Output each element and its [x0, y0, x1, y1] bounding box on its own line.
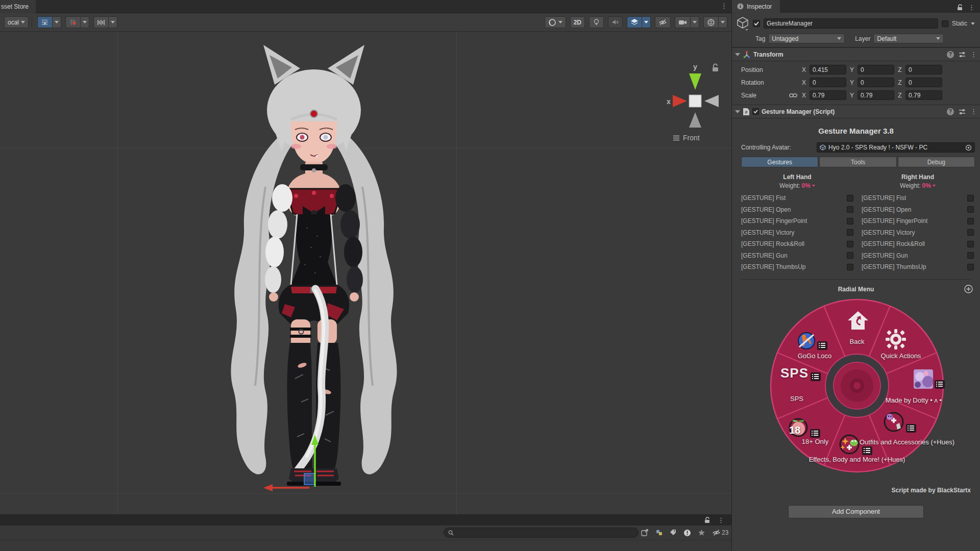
radial-item-gogo-loco[interactable]: [797, 332, 827, 350]
scale-z-field[interactable]: [905, 90, 942, 100]
tag-icon[interactable]: [670, 529, 677, 536]
tab-inspector[interactable]: Inspector: [732, 0, 780, 13]
radial-item-back[interactable]: [847, 310, 869, 332]
position-y-field[interactable]: [857, 65, 894, 74]
camera-settings-button[interactable]: [675, 16, 690, 28]
gesture-checkbox[interactable]: [847, 206, 853, 213]
camera-dropdown[interactable]: [690, 16, 699, 28]
transform-header[interactable]: Transform ? ⋮: [732, 47, 980, 61]
left-hand-weight[interactable]: Weight: 0%: [741, 182, 853, 189]
unlocked-padlock-icon[interactable]: [704, 517, 710, 523]
gesture-checkbox[interactable]: [967, 252, 974, 259]
radial-item-sps[interactable]: SPS: [780, 365, 821, 381]
hidden-objects-toggle[interactable]: 23: [712, 529, 728, 536]
rotation-x-field[interactable]: [810, 78, 846, 87]
foldout-icon[interactable]: [735, 53, 740, 56]
tag-dropdown[interactable]: Untagged: [768, 34, 845, 43]
right-hand-weight[interactable]: Weight: 0%: [862, 182, 974, 189]
2d-toggle-button[interactable]: 2D: [570, 16, 585, 28]
object-picker-icon[interactable]: [965, 144, 972, 151]
position-z-field[interactable]: [905, 65, 942, 74]
scene-viewport[interactable]: y x Front: [0, 32, 731, 514]
scene-visibility-button[interactable]: [655, 16, 671, 28]
radial-label-sps[interactable]: SPS: [790, 395, 803, 403]
gameobject-cube-icon[interactable]: [736, 16, 749, 31]
radial-label-gogo-loco[interactable]: GoGo Loco: [798, 352, 832, 360]
foldout-icon[interactable]: [735, 110, 740, 113]
static-dropdown-icon[interactable]: [971, 22, 975, 25]
rotation-z-field[interactable]: [905, 78, 942, 87]
shading-mode-dropdown[interactable]: [545, 16, 566, 28]
radial-item-quick-actions[interactable]: [885, 329, 906, 352]
grid-snap-button[interactable]: [65, 16, 80, 28]
gameobject-name-field[interactable]: [764, 18, 938, 29]
effects-dropdown[interactable]: [642, 16, 651, 28]
gizmos-button[interactable]: [703, 16, 718, 28]
radial-add-icon[interactable]: [964, 285, 973, 293]
radial-label-outfits[interactable]: Outfits and Accessories (+Hues): [860, 438, 954, 446]
component-menu-icon[interactable]: ⋮: [970, 108, 977, 115]
layer-dropdown[interactable]: Default: [873, 34, 944, 43]
gesture-checkbox[interactable]: [847, 264, 853, 270]
add-component-button[interactable]: Add Component: [788, 505, 924, 518]
grid-axis-button[interactable]: Y: [37, 16, 52, 28]
avatar-model[interactable]: [214, 34, 413, 493]
tab-debug[interactable]: Debug: [898, 157, 975, 167]
lighting-toggle-button[interactable]: [589, 16, 604, 28]
scene-panel-menu-icon[interactable]: ⋮: [721, 3, 727, 9]
rotation-y-field[interactable]: [857, 78, 894, 87]
search-box[interactable]: [444, 528, 639, 538]
grid-axis-dropdown[interactable]: [52, 16, 61, 28]
star-icon[interactable]: [698, 529, 705, 536]
gesture-checkbox[interactable]: [847, 241, 853, 247]
snap-increment-dropdown[interactable]: [108, 16, 117, 28]
gameobject-active-checkbox[interactable]: [753, 20, 760, 27]
unlocked-padlock-icon[interactable]: [957, 4, 963, 11]
gesture-checkbox[interactable]: [967, 229, 974, 236]
static-checkbox[interactable]: [942, 20, 948, 27]
gizmo-plane-handle[interactable]: [304, 473, 314, 485]
grid-snap-dropdown[interactable]: [80, 16, 89, 28]
radial-label-dotty[interactable]: Made by Dotty • ʌ •: [886, 396, 942, 404]
gesture-checkbox[interactable]: [967, 218, 974, 224]
x-axis-handle[interactable]: [673, 95, 687, 107]
snap-increment-button[interactable]: [93, 16, 108, 28]
gesture-manager-header[interactable]: # Gesture Manager (Script) ? ⋮: [732, 105, 980, 118]
orientation-gizmo[interactable]: y x: [663, 61, 729, 138]
tab-tools[interactable]: Tools: [819, 157, 896, 167]
scale-y-field[interactable]: [857, 90, 894, 100]
radial-item-18plus[interactable]: 18: [788, 417, 820, 438]
inspector-menu-icon[interactable]: ⋮: [968, 4, 975, 11]
radial-label-effects[interactable]: Effects, Body and More! (+Hues): [809, 456, 905, 463]
controlling-avatar-field[interactable]: Hyo 2.0 - SPS Ready ! - NSFW - PC: [817, 142, 975, 153]
search-input[interactable]: [456, 530, 634, 536]
link-scale-icon[interactable]: [789, 93, 797, 98]
gizmos-dropdown[interactable]: [718, 16, 727, 28]
radial-label-back[interactable]: Back: [850, 338, 865, 345]
scale-x-field[interactable]: [810, 90, 846, 100]
radial-item-dotty[interactable]: [914, 369, 945, 389]
gesture-checkbox[interactable]: [847, 218, 853, 224]
neg-y-axis-handle[interactable]: [689, 112, 701, 128]
tab-gestures[interactable]: Gestures: [741, 157, 818, 167]
bottom-panel-menu-icon[interactable]: ⋮: [718, 517, 724, 523]
unlocked-padlock-icon[interactable]: [713, 64, 718, 72]
radial-label-quick-actions[interactable]: Quick Actions: [881, 352, 921, 360]
effects-toggle-button[interactable]: [627, 16, 642, 28]
gesture-checkbox[interactable]: [847, 195, 853, 202]
gesture-checkbox[interactable]: [967, 264, 974, 270]
gesture-checkbox[interactable]: [967, 206, 974, 213]
audio-toggle-button[interactable]: [608, 16, 623, 28]
center-cube[interactable]: [689, 95, 701, 107]
position-x-field[interactable]: [810, 65, 846, 74]
component-menu-icon[interactable]: ⋮: [970, 51, 977, 58]
open-window-icon[interactable]: [641, 529, 649, 536]
gesture-checkbox[interactable]: [967, 241, 974, 247]
y-axis-handle[interactable]: [689, 73, 701, 90]
help-icon[interactable]: ?: [947, 51, 954, 58]
radial-item-outfits[interactable]: [883, 411, 916, 433]
neg-x-axis-handle[interactable]: [704, 95, 719, 107]
pivot-dropdown[interactable]: ocal: [4, 16, 29, 28]
radial-label-18plus[interactable]: 18+ Only: [802, 438, 828, 445]
presets-icon[interactable]: [959, 52, 966, 58]
